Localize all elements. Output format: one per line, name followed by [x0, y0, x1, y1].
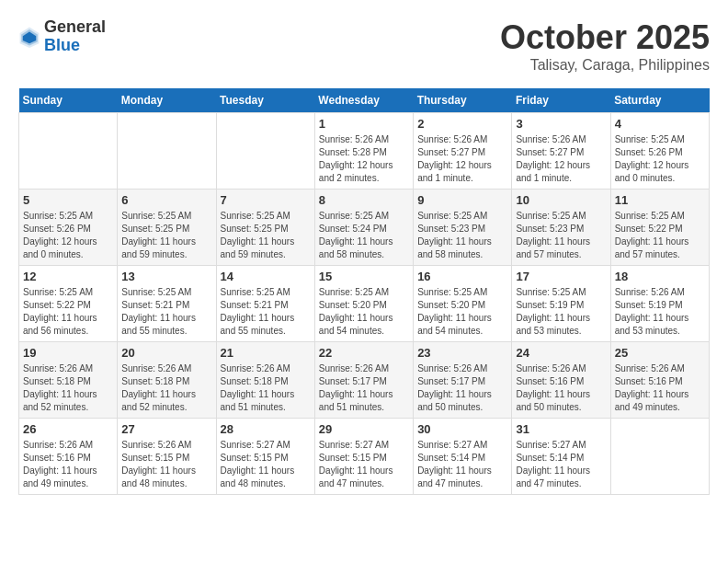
- calendar-day-cell: 3Sunrise: 5:26 AM Sunset: 5:27 PM Daylig…: [512, 113, 610, 190]
- day-info: Sunrise: 5:27 AM Sunset: 5:15 PM Dayligh…: [221, 439, 311, 490]
- calendar-day-cell: 19Sunrise: 5:26 AM Sunset: 5:18 PM Dayli…: [19, 342, 118, 419]
- day-info: Sunrise: 5:26 AM Sunset: 5:17 PM Dayligh…: [319, 362, 409, 414]
- day-info: Sunrise: 5:25 AM Sunset: 5:20 PM Dayligh…: [417, 286, 507, 338]
- day-number: 13: [121, 270, 211, 283]
- calendar-day-cell: 13Sunrise: 5:25 AM Sunset: 5:21 PM Dayli…: [118, 266, 216, 342]
- day-number: 12: [23, 270, 113, 283]
- day-number: 2: [417, 117, 507, 131]
- weekday-header-friday: Friday: [512, 88, 610, 113]
- day-number: 1: [319, 117, 409, 131]
- weekday-header-wednesday: Wednesday: [314, 88, 413, 113]
- day-number: 9: [417, 193, 507, 207]
- calendar-day-cell: 7Sunrise: 5:25 AM Sunset: 5:25 PM Daylig…: [216, 190, 314, 266]
- day-number: 27: [121, 422, 211, 436]
- day-number: 25: [615, 346, 705, 360]
- empty-cell: [19, 113, 118, 190]
- logo-icon: [18, 26, 40, 48]
- calendar-day-cell: 6Sunrise: 5:25 AM Sunset: 5:25 PM Daylig…: [118, 190, 216, 266]
- weekday-header-saturday: Saturday: [610, 88, 709, 113]
- calendar-day-cell: 11Sunrise: 5:25 AM Sunset: 5:22 PM Dayli…: [610, 190, 709, 266]
- calendar-week-row: 26Sunrise: 5:26 AM Sunset: 5:16 PM Dayli…: [19, 419, 710, 495]
- calendar-day-cell: 4Sunrise: 5:25 AM Sunset: 5:26 PM Daylig…: [610, 113, 709, 190]
- day-number: 4: [615, 117, 705, 131]
- calendar-day-cell: 30Sunrise: 5:27 AM Sunset: 5:14 PM Dayli…: [414, 419, 512, 495]
- title-area: October 2025 Talisay, Caraga, Philippine…: [500, 18, 710, 74]
- calendar-day-cell: 8Sunrise: 5:25 AM Sunset: 5:24 PM Daylig…: [314, 190, 413, 266]
- day-info: Sunrise: 5:25 AM Sunset: 5:26 PM Dayligh…: [615, 133, 705, 185]
- day-info: Sunrise: 5:25 AM Sunset: 5:22 PM Dayligh…: [23, 286, 113, 338]
- weekday-header-tuesday: Tuesday: [216, 88, 314, 113]
- empty-cell: [216, 113, 314, 190]
- day-info: Sunrise: 5:25 AM Sunset: 5:22 PM Dayligh…: [615, 210, 705, 261]
- calendar-body: 1Sunrise: 5:26 AM Sunset: 5:28 PM Daylig…: [19, 113, 710, 495]
- day-info: Sunrise: 5:27 AM Sunset: 5:14 PM Dayligh…: [417, 439, 507, 490]
- calendar-day-cell: 29Sunrise: 5:27 AM Sunset: 5:15 PM Dayli…: [314, 419, 413, 495]
- day-number: 18: [615, 270, 705, 283]
- calendar-day-cell: 22Sunrise: 5:26 AM Sunset: 5:17 PM Dayli…: [314, 342, 413, 419]
- day-number: 30: [417, 422, 507, 436]
- header: General Blue October 2025 Talisay, Carag…: [18, 18, 710, 74]
- calendar-day-cell: 23Sunrise: 5:26 AM Sunset: 5:17 PM Dayli…: [414, 342, 512, 419]
- logo: General Blue: [18, 18, 106, 55]
- calendar-header: SundayMondayTuesdayWednesdayThursdayFrid…: [19, 88, 710, 113]
- calendar-day-cell: 18Sunrise: 5:26 AM Sunset: 5:19 PM Dayli…: [610, 266, 709, 342]
- day-info: Sunrise: 5:26 AM Sunset: 5:16 PM Dayligh…: [23, 439, 113, 490]
- day-info: Sunrise: 5:26 AM Sunset: 5:18 PM Dayligh…: [221, 362, 311, 414]
- day-info: Sunrise: 5:25 AM Sunset: 5:21 PM Dayligh…: [221, 286, 311, 338]
- day-number: 15: [319, 270, 409, 283]
- day-number: 19: [23, 346, 113, 360]
- calendar-day-cell: 1Sunrise: 5:26 AM Sunset: 5:28 PM Daylig…: [314, 113, 413, 190]
- day-info: Sunrise: 5:26 AM Sunset: 5:16 PM Dayligh…: [516, 362, 606, 414]
- day-number: 20: [121, 346, 211, 360]
- day-number: 17: [516, 270, 606, 283]
- calendar-day-cell: 21Sunrise: 5:26 AM Sunset: 5:18 PM Dayli…: [216, 342, 314, 419]
- day-info: Sunrise: 5:25 AM Sunset: 5:25 PM Dayligh…: [121, 210, 211, 261]
- day-number: 10: [516, 193, 606, 207]
- calendar-day-cell: 12Sunrise: 5:25 AM Sunset: 5:22 PM Dayli…: [19, 266, 118, 342]
- day-number: 14: [221, 270, 311, 283]
- calendar-day-cell: 27Sunrise: 5:26 AM Sunset: 5:15 PM Dayli…: [118, 419, 216, 495]
- day-info: Sunrise: 5:25 AM Sunset: 5:23 PM Dayligh…: [417, 210, 507, 261]
- day-number: 23: [417, 346, 507, 360]
- calendar-day-cell: 25Sunrise: 5:26 AM Sunset: 5:16 PM Dayli…: [610, 342, 709, 419]
- day-number: 26: [23, 422, 113, 436]
- day-info: Sunrise: 5:26 AM Sunset: 5:18 PM Dayligh…: [121, 362, 211, 414]
- day-info: Sunrise: 5:25 AM Sunset: 5:23 PM Dayligh…: [516, 210, 606, 261]
- weekday-header-row: SundayMondayTuesdayWednesdayThursdayFrid…: [19, 88, 710, 113]
- calendar-day-cell: 28Sunrise: 5:27 AM Sunset: 5:15 PM Dayli…: [216, 419, 314, 495]
- calendar-day-cell: 16Sunrise: 5:25 AM Sunset: 5:20 PM Dayli…: [414, 266, 512, 342]
- day-number: 31: [516, 422, 606, 436]
- calendar-day-cell: 26Sunrise: 5:26 AM Sunset: 5:16 PM Dayli…: [19, 419, 118, 495]
- day-info: Sunrise: 5:25 AM Sunset: 5:25 PM Dayligh…: [221, 210, 311, 261]
- calendar-table: SundayMondayTuesdayWednesdayThursdayFrid…: [18, 88, 710, 495]
- weekday-header-thursday: Thursday: [414, 88, 512, 113]
- weekday-header-sunday: Sunday: [19, 88, 118, 113]
- day-number: 29: [319, 422, 409, 436]
- day-number: 24: [516, 346, 606, 360]
- empty-cell: [610, 419, 709, 495]
- calendar-week-row: 12Sunrise: 5:25 AM Sunset: 5:22 PM Dayli…: [19, 266, 710, 342]
- day-number: 5: [23, 193, 113, 207]
- day-info: Sunrise: 5:26 AM Sunset: 5:27 PM Dayligh…: [417, 133, 507, 185]
- day-number: 16: [417, 270, 507, 283]
- day-info: Sunrise: 5:27 AM Sunset: 5:14 PM Dayligh…: [516, 439, 606, 490]
- weekday-header-monday: Monday: [118, 88, 216, 113]
- month-title: October 2025: [500, 18, 710, 57]
- day-number: 8: [319, 193, 409, 207]
- location: Talisay, Caraga, Philippines: [500, 57, 710, 74]
- calendar-day-cell: 5Sunrise: 5:25 AM Sunset: 5:26 PM Daylig…: [19, 190, 118, 266]
- day-info: Sunrise: 5:26 AM Sunset: 5:27 PM Dayligh…: [516, 133, 606, 185]
- day-number: 7: [221, 193, 311, 207]
- day-info: Sunrise: 5:27 AM Sunset: 5:15 PM Dayligh…: [319, 439, 409, 490]
- calendar-day-cell: 14Sunrise: 5:25 AM Sunset: 5:21 PM Dayli…: [216, 266, 314, 342]
- day-info: Sunrise: 5:26 AM Sunset: 5:15 PM Dayligh…: [121, 439, 211, 490]
- calendar-week-row: 19Sunrise: 5:26 AM Sunset: 5:18 PM Dayli…: [19, 342, 710, 419]
- calendar-day-cell: 20Sunrise: 5:26 AM Sunset: 5:18 PM Dayli…: [118, 342, 216, 419]
- day-info: Sunrise: 5:25 AM Sunset: 5:21 PM Dayligh…: [121, 286, 211, 338]
- day-info: Sunrise: 5:26 AM Sunset: 5:16 PM Dayligh…: [615, 362, 705, 414]
- day-info: Sunrise: 5:26 AM Sunset: 5:17 PM Dayligh…: [417, 362, 507, 414]
- calendar-day-cell: 10Sunrise: 5:25 AM Sunset: 5:23 PM Dayli…: [512, 190, 610, 266]
- day-info: Sunrise: 5:26 AM Sunset: 5:28 PM Dayligh…: [319, 133, 409, 185]
- calendar-day-cell: 17Sunrise: 5:25 AM Sunset: 5:19 PM Dayli…: [512, 266, 610, 342]
- calendar-week-row: 5Sunrise: 5:25 AM Sunset: 5:26 PM Daylig…: [19, 190, 710, 266]
